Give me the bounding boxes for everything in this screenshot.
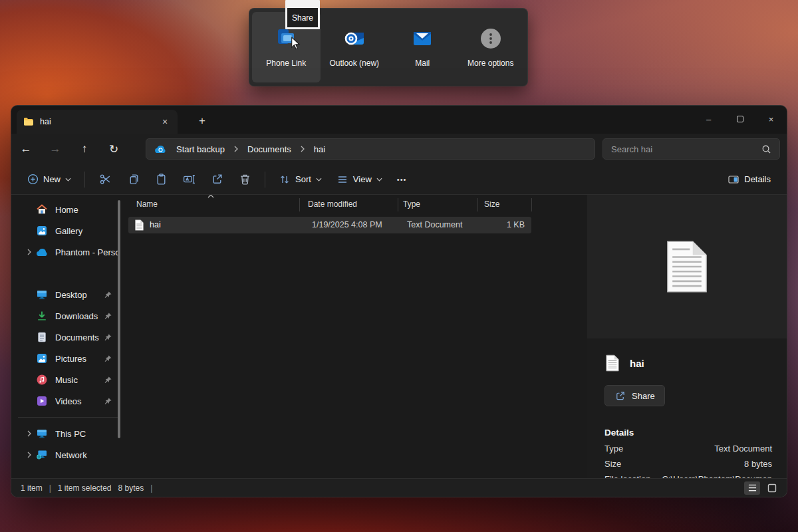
- chevron-right-icon: [301, 146, 305, 152]
- chevron-right-icon[interactable]: [23, 249, 35, 255]
- sidebar-item-network[interactable]: Network: [14, 444, 122, 466]
- detail-value: Text Document: [714, 444, 772, 459]
- view-button[interactable]: View: [330, 168, 389, 191]
- file-name: hai: [150, 220, 161, 229]
- sidebar-item-downloads[interactable]: Downloads: [14, 305, 122, 327]
- details-label: Details: [744, 174, 771, 184]
- sidebar-item-desktop[interactable]: Desktop: [14, 284, 122, 305]
- back-button[interactable]: ←: [11, 137, 41, 161]
- status-separator: |: [49, 483, 51, 493]
- sidebar-item-gallery[interactable]: Gallery: [14, 220, 122, 241]
- pin-icon: [104, 333, 112, 342]
- new-tab-button[interactable]: +: [192, 111, 212, 131]
- sidebar-item-videos[interactable]: Videos: [14, 390, 122, 412]
- copy-button[interactable]: [120, 168, 146, 191]
- chevron-right-icon[interactable]: [23, 430, 35, 437]
- minimize-button[interactable]: –: [693, 106, 724, 132]
- maximize-button[interactable]: [724, 106, 755, 132]
- selection-count: 1 item selected: [58, 483, 112, 493]
- share-tooltip: Share: [285, 0, 320, 29]
- column-header-name[interactable]: Name: [136, 200, 158, 209]
- address-bar[interactable]: Start backup Documents hai: [146, 138, 595, 160]
- forward-button[interactable]: →: [41, 137, 70, 161]
- cut-button[interactable]: [92, 168, 118, 191]
- chevron-right-icon[interactable]: [23, 452, 35, 458]
- sidebar: Home Gallery Phantom - Persc Desktop: [11, 195, 124, 478]
- large-icons-view-toggle[interactable]: [764, 481, 780, 495]
- share-target-label: Phone Link: [266, 59, 306, 68]
- maximize-icon: [737, 116, 743, 122]
- cut-icon: [99, 173, 112, 186]
- network-icon: [35, 449, 49, 461]
- sort-icon: [279, 174, 291, 186]
- tab-title: hai: [40, 117, 153, 126]
- details-share-button[interactable]: Share: [604, 385, 665, 406]
- file-list: Name Date modified Type Size hai 1/19/20…: [124, 195, 587, 478]
- sort-label: Sort: [295, 174, 311, 184]
- pictures-icon: [35, 352, 49, 364]
- search-input[interactable]: [611, 144, 761, 154]
- file-size: 1 KB: [507, 220, 525, 229]
- sidebar-item-onedrive[interactable]: Phantom - Persc: [14, 241, 122, 263]
- column-header-type[interactable]: Type: [403, 200, 420, 209]
- sidebar-item-this-pc[interactable]: This PC: [14, 423, 122, 444]
- pin-icon: [104, 354, 112, 363]
- pin-icon: [104, 397, 112, 406]
- sidebar-item-label: Downloads: [55, 311, 104, 321]
- sidebar-item-label: Documents: [55, 332, 104, 342]
- sort-button[interactable]: Sort: [272, 168, 329, 191]
- file-row-hai[interactable]: hai 1/19/2025 4:08 PM Text Document 1 KB: [128, 217, 531, 233]
- new-label: New: [43, 174, 61, 184]
- explorer-body: Home Gallery Phantom - Persc Desktop: [11, 195, 787, 478]
- sidebar-divider: [18, 417, 118, 418]
- documents-icon: [35, 331, 49, 343]
- tab-close-icon[interactable]: ×: [159, 116, 171, 127]
- details-view-toggle[interactable]: [744, 481, 760, 495]
- close-button[interactable]: ×: [755, 106, 787, 132]
- column-header-size[interactable]: Size: [484, 200, 499, 209]
- chevron-right-icon: [234, 146, 238, 152]
- sidebar-item-music[interactable]: Music: [14, 369, 122, 390]
- text-document-preview-icon: [666, 239, 708, 294]
- search-icon: [761, 144, 771, 154]
- sidebar-item-home[interactable]: Home: [14, 199, 122, 220]
- sidebar-scrollbar[interactable]: [118, 200, 120, 438]
- window-controls: – ×: [693, 106, 787, 132]
- sidebar-item-documents[interactable]: Documents: [14, 327, 122, 348]
- delete-button[interactable]: [231, 168, 258, 191]
- outlook-icon: [342, 27, 366, 51]
- rename-button[interactable]: [176, 168, 202, 191]
- sidebar-item-label: Desktop: [55, 290, 104, 300]
- details-title: Details: [604, 428, 634, 438]
- gallery-icon: [35, 225, 49, 237]
- onedrive-icon: [35, 248, 49, 257]
- detail-label: Type: [604, 444, 623, 459]
- sort-ascending-icon: [207, 195, 214, 198]
- item-count: 1 item: [21, 483, 43, 493]
- breadcrumb-documents[interactable]: Documents: [243, 143, 295, 156]
- share-button[interactable]: [203, 168, 230, 191]
- toolbar-divider: [84, 172, 85, 188]
- paste-button[interactable]: [148, 168, 174, 191]
- tab-hai[interactable]: hai ×: [17, 110, 178, 134]
- details-pane-toggle[interactable]: Details: [721, 168, 777, 191]
- share-target-label: Outlook (new): [329, 59, 379, 68]
- breadcrumb-hai[interactable]: hai: [310, 143, 329, 156]
- up-button[interactable]: ↑: [70, 137, 99, 161]
- share-target-outlook[interactable]: Outlook (new): [321, 12, 389, 82]
- breadcrumb-start-backup[interactable]: Start backup: [172, 143, 229, 156]
- sidebar-item-label: Phantom - Persc: [55, 247, 122, 257]
- new-button[interactable]: New: [21, 168, 78, 191]
- music-icon: [35, 374, 49, 386]
- details-row-size: Size 8 bytes: [604, 459, 772, 474]
- share-target-more-options[interactable]: More options: [457, 12, 525, 82]
- downloads-icon: [35, 310, 49, 322]
- sidebar-item-pictures[interactable]: Pictures: [14, 348, 122, 369]
- command-bar: New Sort View: [11, 164, 787, 195]
- share-target-mail[interactable]: Mail: [388, 12, 457, 82]
- videos-icon: [35, 395, 49, 407]
- share-target-label: Mail: [415, 59, 430, 68]
- column-header-date-modified[interactable]: Date modified: [308, 200, 357, 209]
- see-more-button[interactable]: •••: [390, 168, 414, 191]
- refresh-button[interactable]: ↻: [99, 137, 128, 161]
